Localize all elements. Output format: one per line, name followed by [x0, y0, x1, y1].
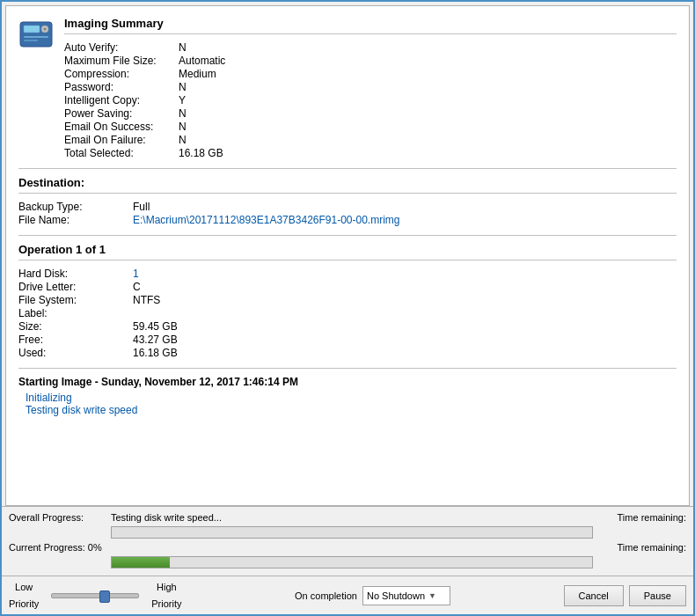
op-value-1: C [133, 281, 677, 293]
priority-slider[interactable] [51, 593, 139, 598]
priority-high-text: High [157, 581, 177, 593]
prop-label-0: Auto Verify: [64, 41, 179, 54]
imaging-summary-props: Imaging Summary Auto Verify: N Maximum F… [64, 17, 677, 159]
overall-progress-bar [111, 526, 593, 539]
prop-value-4: Y [179, 94, 677, 106]
file-name-value: E:\Macrium\20171112\893E1A37B3426F91-00-… [133, 214, 677, 226]
op-label-4: Size: [18, 320, 133, 333]
shutdown-dropdown-value: No Shutdown [367, 590, 425, 601]
imaging-summary-table: Auto Verify: N Maximum File Size: Automa… [64, 41, 677, 159]
starting-section: Starting Image - Sunday, November 12, 20… [18, 376, 677, 416]
imaging-summary-title: Imaging Summary [64, 17, 677, 34]
prop-label-8: Total Selected: [64, 147, 179, 159]
operation-table: Hard Disk: 1 Drive Letter: C File System… [18, 268, 677, 359]
op-label-0: Hard Disk: [18, 268, 133, 280]
current-time-label: Time remaining: [598, 542, 686, 553]
disk-icon [18, 17, 54, 52]
priority-high-section: HighPriority [151, 581, 181, 610]
current-progress-bar-row [9, 556, 686, 568]
destination-title: Destination: [18, 176, 677, 194]
op-label-2: File System: [18, 294, 133, 306]
current-progress-fill [112, 557, 170, 568]
svg-rect-5 [24, 40, 38, 41]
current-progress-row: Current Progress: 0% Time remaining: [9, 542, 686, 553]
imaging-summary-section: Imaging Summary Auto Verify: N Maximum F… [18, 17, 677, 159]
prop-value-0: N [179, 41, 677, 54]
op-value-0: 1 [133, 268, 677, 280]
svg-rect-4 [24, 36, 48, 38]
completion-section: On completion No Shutdown ▼ [295, 586, 450, 605]
cancel-button[interactable]: Cancel [564, 585, 624, 606]
overall-time-label: Time remaining: [598, 512, 686, 523]
op-value-4: 59.45 GB [133, 320, 677, 333]
current-progress-bar [111, 556, 593, 568]
backup-type-label: Backup Type: [18, 201, 133, 213]
op-value-6: 16.18 GB [133, 347, 677, 359]
priority-section: LowPriority [9, 581, 39, 610]
prop-value-7: N [179, 134, 677, 146]
operation-section: Operation 1 of 1 Hard Disk: 1 Drive Lett… [18, 243, 677, 359]
prop-value-8: 16.18 GB [179, 147, 677, 159]
op-label-1: Drive Letter: [18, 281, 133, 293]
operation-title: Operation 1 of 1 [18, 243, 677, 260]
pause-button[interactable]: Pause [629, 585, 686, 606]
destination-table: Backup Type: Full File Name: E:\Macrium\… [18, 201, 677, 226]
overall-progress-status: Testing disk write speed... [111, 512, 593, 523]
prop-label-7: Email On Failure: [64, 134, 179, 146]
starting-title: Starting Image - Sunday, November 12, 20… [18, 376, 677, 388]
divider-1 [18, 168, 677, 169]
op-value-2: NTFS [133, 294, 677, 306]
prop-label-5: Power Saving: [64, 107, 179, 120]
prop-label-3: Password: [64, 81, 179, 93]
overall-progress-label: Overall Progress: [9, 512, 106, 523]
priority-slider-wrap [48, 593, 143, 598]
current-progress-label: Current Progress: 0% [9, 542, 106, 553]
dropdown-arrow-icon: ▼ [428, 591, 436, 600]
shutdown-dropdown[interactable]: No Shutdown ▼ [362, 586, 450, 605]
prop-value-3: N [179, 81, 677, 93]
divider-2 [18, 235, 677, 236]
svg-rect-1 [24, 26, 40, 33]
priority-thumb[interactable] [99, 590, 110, 603]
backup-type-value: Full [133, 201, 677, 213]
main-window: Imaging Summary Auto Verify: N Maximum F… [0, 0, 695, 616]
destination-section: Destination: Backup Type: Full File Name… [18, 176, 677, 226]
current-bar-wrapper [111, 556, 593, 568]
content-area: Imaging Summary Auto Verify: N Maximum F… [5, 5, 690, 506]
prop-value-2: Medium [179, 68, 677, 80]
prop-label-2: Compression: [64, 68, 179, 80]
action-buttons: Cancel Pause [564, 585, 686, 606]
prop-value-1: Automatic [179, 55, 677, 67]
progress-panel: Overall Progress: Testing disk write spe… [2, 506, 693, 576]
divider-3 [18, 368, 677, 369]
priority-low-text: Low [15, 581, 33, 593]
prop-label-4: Intelligent Copy: [64, 94, 179, 106]
priority-left-suffix: Priority [9, 598, 39, 610]
file-name-label: File Name: [18, 214, 133, 226]
op-label-3: Label: [18, 307, 133, 319]
op-label-6: Used: [18, 347, 133, 359]
log-line-0: Initializing [26, 392, 677, 404]
priority-right-suffix: Priority [151, 598, 181, 610]
overall-progress-row: Overall Progress: Testing disk write spe… [9, 512, 686, 523]
op-label-5: Free: [18, 334, 133, 346]
log-line-1: Testing disk write speed [26, 404, 677, 416]
prop-label-1: Maximum File Size: [64, 55, 179, 67]
prop-value-6: N [179, 121, 677, 133]
overall-bar-wrapper [111, 526, 593, 539]
footer-bar: LowPriority HighPriority On completion N… [2, 576, 693, 614]
overall-progress-bar-row [9, 526, 686, 539]
prop-value-5: N [179, 107, 677, 120]
svg-point-3 [44, 28, 47, 31]
prop-label-6: Email On Success: [64, 121, 179, 133]
op-value-3 [133, 307, 677, 319]
completion-label: On completion [295, 590, 357, 601]
op-value-5: 43.27 GB [133, 334, 677, 346]
